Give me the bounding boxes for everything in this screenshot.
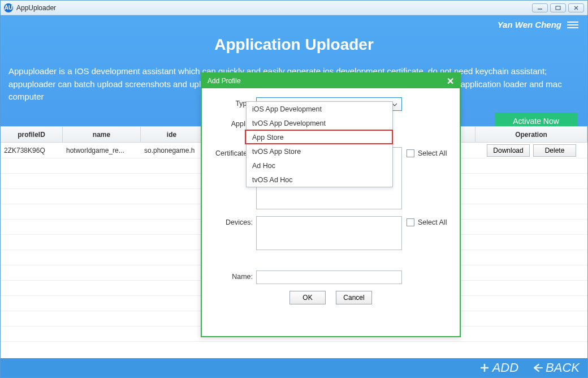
certificates-select-all-label: Select All [418, 149, 447, 157]
back-arrow-icon [532, 362, 543, 373]
cancel-button[interactable]: Cancel [336, 291, 372, 304]
type-option-tvos-app-store[interactable]: tvOS App Store [247, 144, 392, 158]
cell-identifier: so.phonegame.h [141, 143, 203, 158]
window-titlebar: AU AppUploader [1, 1, 587, 15]
add-label: ADD [492, 360, 518, 375]
name-label: Name: [212, 270, 256, 281]
devices-select-all-label: Select All [418, 218, 447, 226]
app-icon: AU [4, 3, 13, 12]
svg-rect-1 [556, 6, 560, 10]
back-button[interactable]: BACK [532, 360, 580, 375]
close-button[interactable] [568, 3, 584, 12]
maximize-button[interactable] [550, 3, 566, 12]
devices-label: Devices: [212, 216, 256, 226]
window-title: AppUploader [16, 4, 56, 12]
col-header-operation: Operation [475, 127, 587, 142]
footer-bar: ADD BACK [1, 358, 587, 377]
type-option-tvos-dev[interactable]: tvOS App Development [247, 116, 392, 130]
add-button[interactable]: ADD [479, 360, 518, 375]
devices-listbox[interactable] [256, 216, 402, 250]
minimize-button[interactable] [532, 3, 548, 12]
type-option-ad-hoc[interactable]: Ad Hoc [247, 158, 392, 173]
user-name: Yan Wen Cheng [498, 20, 561, 29]
col-header-identifier: ide [141, 127, 203, 142]
back-label: BACK [546, 360, 580, 375]
type-dropdown-list: iOS App Development tvOS App Development… [246, 101, 393, 187]
dialog-title: Add Profile [207, 77, 241, 85]
name-input[interactable] [256, 270, 402, 284]
type-option-tvos-ad-hoc[interactable]: tvOS Ad Hoc [247, 173, 392, 187]
type-option-ios-dev[interactable]: iOS App Development [247, 102, 392, 116]
download-button[interactable]: Download [487, 144, 530, 157]
certificates-select-all-checkbox[interactable] [407, 149, 414, 157]
plus-icon [479, 362, 490, 373]
cell-name: hotworldgame_re... [63, 143, 141, 158]
menu-icon[interactable] [567, 22, 578, 28]
delete-button[interactable]: Delete [533, 144, 576, 157]
col-header-name: name [63, 127, 141, 142]
col-header-profileid: profileID [1, 127, 63, 142]
cell-profileid: 2ZK738K96Q [1, 143, 63, 158]
ok-button[interactable]: OK [289, 291, 326, 304]
type-option-app-store[interactable]: App Store [247, 130, 392, 144]
devices-select-all-checkbox[interactable] [407, 218, 414, 226]
dialog-close-icon[interactable]: ✕ [447, 76, 454, 87]
page-title: Application Uploader [8, 36, 580, 54]
